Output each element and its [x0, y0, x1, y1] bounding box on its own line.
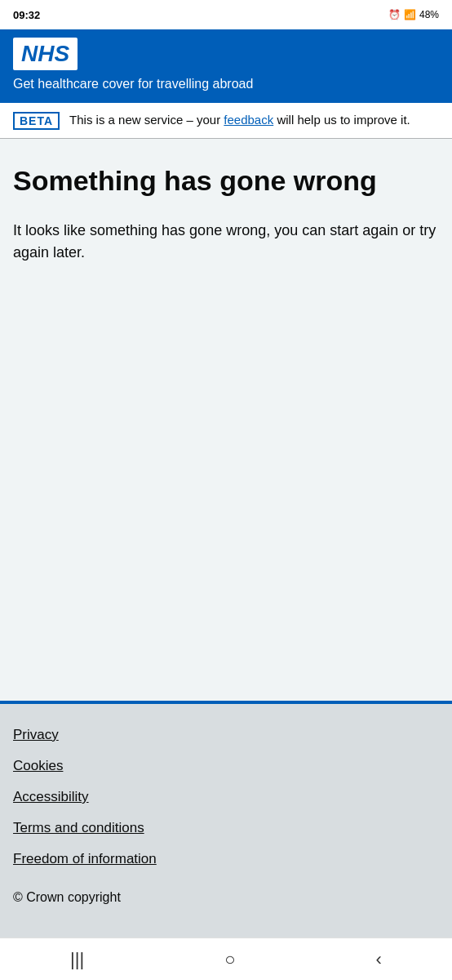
- foi-link[interactable]: Freedom of information: [13, 851, 157, 866]
- accessibility-link[interactable]: Accessibility: [13, 789, 89, 804]
- wifi-icon: 📶: [404, 9, 416, 20]
- terms-link[interactable]: Terms and conditions: [13, 820, 144, 835]
- cookies-link[interactable]: Cookies: [13, 758, 63, 773]
- list-item: Cookies: [13, 758, 439, 774]
- error-heading: Something has gone wrong: [13, 165, 439, 197]
- beta-banner: BETA This is a new service – your feedba…: [0, 103, 452, 139]
- status-icons: ⏰ 📶 48%: [388, 9, 439, 20]
- list-item: Privacy: [13, 727, 439, 743]
- home-icon[interactable]: ○: [224, 949, 235, 970]
- footer-links: Privacy Cookies Accessibility Terms and …: [13, 727, 439, 867]
- beta-text: This is a new service – your feedback wi…: [69, 111, 410, 129]
- status-time: 09:32: [13, 9, 40, 21]
- beta-text-after: will help us to improve it.: [273, 113, 410, 127]
- beta-tag: BETA: [13, 112, 60, 130]
- header-subtitle: Get healthcare cover for travelling abro…: [13, 77, 439, 91]
- status-bar: 09:32 ⏰ 📶 48%: [0, 0, 452, 29]
- privacy-link[interactable]: Privacy: [13, 727, 59, 742]
- back-icon[interactable]: ‹: [376, 949, 382, 970]
- main-content: Something has gone wrong It looks like s…: [0, 139, 452, 701]
- nhs-logo[interactable]: NHS: [13, 38, 78, 70]
- feedback-link[interactable]: feedback: [224, 113, 273, 127]
- list-item: Freedom of information: [13, 851, 439, 867]
- menu-icon[interactable]: |||: [70, 949, 84, 970]
- battery-text: 48%: [419, 9, 439, 20]
- nhs-header: NHS Get healthcare cover for travelling …: [0, 29, 452, 103]
- list-item: Accessibility: [13, 789, 439, 805]
- footer-copyright: © Crown copyright: [13, 890, 439, 905]
- bottom-nav: ||| ○ ‹: [0, 938, 452, 980]
- list-item: Terms and conditions: [13, 820, 439, 836]
- footer: Privacy Cookies Accessibility Terms and …: [0, 701, 452, 938]
- error-body: It looks like something has gone wrong, …: [13, 220, 439, 264]
- beta-text-before: This is a new service – your: [69, 113, 224, 127]
- alarm-icon: ⏰: [388, 9, 401, 20]
